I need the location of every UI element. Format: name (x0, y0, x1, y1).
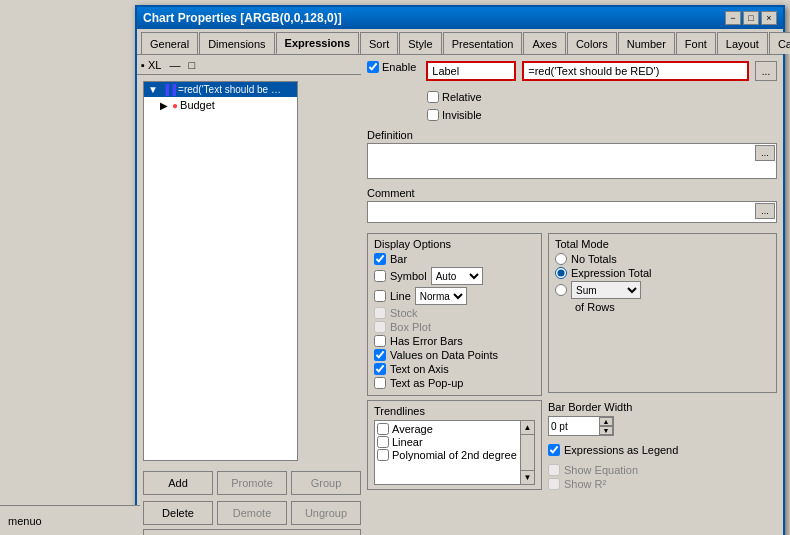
tab-presentation[interactable]: Presentation (443, 32, 523, 54)
definition-box: ... (367, 143, 777, 179)
line-checkbox[interactable] (374, 290, 386, 302)
expressions-legend-checkbox[interactable] (548, 444, 560, 456)
bar-border-section: Bar Border Width ▲ ▼ (548, 401, 777, 436)
text-on-axis-row: Text on Axis (374, 363, 535, 375)
expand-icon1: ▼ (148, 84, 158, 95)
text-as-popup-checkbox[interactable] (374, 377, 386, 389)
delete-button[interactable]: Delete (143, 501, 213, 525)
label-value-input[interactable] (522, 61, 749, 81)
demote-button[interactable]: Demote (217, 501, 287, 525)
show-equation-checkbox[interactable] (548, 464, 560, 476)
spin-buttons: ▲ ▼ (599, 417, 613, 435)
tab-bar: General Dimensions Expressions Sort Styl… (137, 29, 783, 55)
box-plot-option-row: Box Plot (374, 321, 535, 333)
tab-sort[interactable]: Sort (360, 32, 398, 54)
main-content: ▪ XL — □ ▼ ▐▐ =red('Text should be RED')… (137, 55, 783, 535)
bar-border-control: ▲ ▼ (548, 416, 777, 436)
trendlines-scrollbar: ▲ ▼ (520, 421, 534, 484)
show-options-section: Show Equation Show R² (548, 460, 777, 490)
expression-total-radio[interactable] (555, 267, 567, 279)
xl-icon: ▪ XL (141, 59, 161, 71)
text-on-axis-checkbox[interactable] (374, 363, 386, 375)
enable-checkbox[interactable] (367, 61, 379, 73)
tab-number[interactable]: Number (618, 32, 675, 54)
tab-axes[interactable]: Axes (523, 32, 565, 54)
label-box: Label (426, 61, 516, 81)
average-checkbox[interactable] (377, 423, 389, 435)
tree-item-budget[interactable]: ▶ ● Budget (144, 97, 297, 113)
text-as-popup-label: Text as Pop-up (390, 377, 463, 389)
trendlines-scroll-down[interactable]: ▼ (521, 470, 534, 484)
show-equation-row: Show Equation (548, 464, 777, 476)
bottom-area: Display Options Bar Symbol Auto (367, 233, 777, 490)
bar-border-input[interactable] (549, 417, 599, 435)
tab-caption[interactable]: Caption (769, 32, 790, 54)
polynomial-checkbox[interactable] (377, 449, 389, 461)
symbol-label: Symbol (390, 270, 427, 282)
chart-properties-dialog: Chart Properties [ARGB(0,0,128,0)] − □ ×… (135, 5, 785, 535)
symbol-option-row: Symbol Auto (374, 267, 535, 285)
group-button[interactable]: Group (291, 471, 361, 495)
tab-layout[interactable]: Layout (717, 32, 768, 54)
bar-checkbox[interactable] (374, 253, 386, 265)
invisible-row: Invisible (427, 109, 482, 121)
tab-font[interactable]: Font (676, 32, 716, 54)
promote-button[interactable]: Promote (217, 471, 287, 495)
total-mode-section: Total Mode No Totals Expression Total (548, 233, 777, 393)
no-totals-radio[interactable] (555, 253, 567, 265)
comment-browse-button[interactable]: ... (755, 203, 775, 219)
stock-checkbox[interactable] (374, 307, 386, 319)
show-r2-checkbox[interactable] (548, 478, 560, 490)
trendlines-scroll-up[interactable]: ▲ (521, 421, 534, 435)
no-totals-row: No Totals (555, 253, 770, 265)
relative-checkbox[interactable] (427, 91, 439, 103)
sum-radio[interactable] (555, 284, 567, 296)
bar-option-row: Bar (374, 253, 535, 265)
window-controls: − □ × (725, 11, 777, 25)
maximize-button[interactable]: □ (743, 11, 759, 25)
error-bars-row: Has Error Bars (374, 335, 535, 347)
tab-style[interactable]: Style (399, 32, 441, 54)
invisible-label: Invisible (442, 109, 482, 121)
spin-up-button[interactable]: ▲ (599, 417, 613, 426)
definition-section: Definition ... (367, 129, 777, 179)
display-options-title: Display Options (374, 238, 535, 250)
label-browse-button[interactable]: ... (755, 61, 777, 81)
line-select[interactable]: Normal (415, 287, 467, 305)
tab-dimensions[interactable]: Dimensions (199, 32, 274, 54)
values-on-data-label: Values on Data Points (390, 349, 498, 361)
linear-checkbox[interactable] (377, 436, 389, 448)
relative-row: Relative (427, 91, 482, 103)
ungroup-button[interactable]: Ungroup (291, 501, 361, 525)
label-area: Label ... (426, 61, 777, 85)
invisible-row-container: Invisible (367, 109, 777, 121)
minimize-button[interactable]: − (725, 11, 741, 25)
spin-down-button[interactable]: ▼ (599, 426, 613, 435)
taskbar-label: menuo (8, 515, 42, 527)
definition-browse-button[interactable]: ... (755, 145, 775, 161)
accumulation-section: Accumulation No Accumulation Full Accumu… (143, 529, 361, 535)
line-option-row: Line Normal (374, 287, 535, 305)
error-bars-checkbox[interactable] (374, 335, 386, 347)
tree-item-expression1[interactable]: ▼ ▐▐ =red('Text should be RED') (144, 82, 297, 97)
taskbar: menuo (0, 505, 140, 535)
expressions-legend-row: Expressions as Legend (548, 444, 777, 456)
bar-label: Bar (390, 253, 407, 265)
tab-expressions[interactable]: Expressions (276, 32, 359, 54)
add-button[interactable]: Add (143, 471, 213, 495)
box-plot-checkbox[interactable] (374, 321, 386, 333)
symbol-checkbox[interactable] (374, 270, 386, 282)
tab-colors[interactable]: Colors (567, 32, 617, 54)
values-on-data-checkbox[interactable] (374, 349, 386, 361)
line-label: Line (390, 290, 411, 302)
symbol-select[interactable]: Auto (431, 267, 483, 285)
comment-box: ... (367, 201, 777, 223)
enable-label: Enable (382, 61, 416, 73)
close-button[interactable]: × (761, 11, 777, 25)
trendlines-title: Trendlines (374, 405, 535, 417)
label-row: Label ... (426, 61, 777, 81)
relative-label: Relative (442, 91, 482, 103)
sum-select[interactable]: Sum (571, 281, 641, 299)
invisible-checkbox[interactable] (427, 109, 439, 121)
tab-general[interactable]: General (141, 32, 198, 54)
